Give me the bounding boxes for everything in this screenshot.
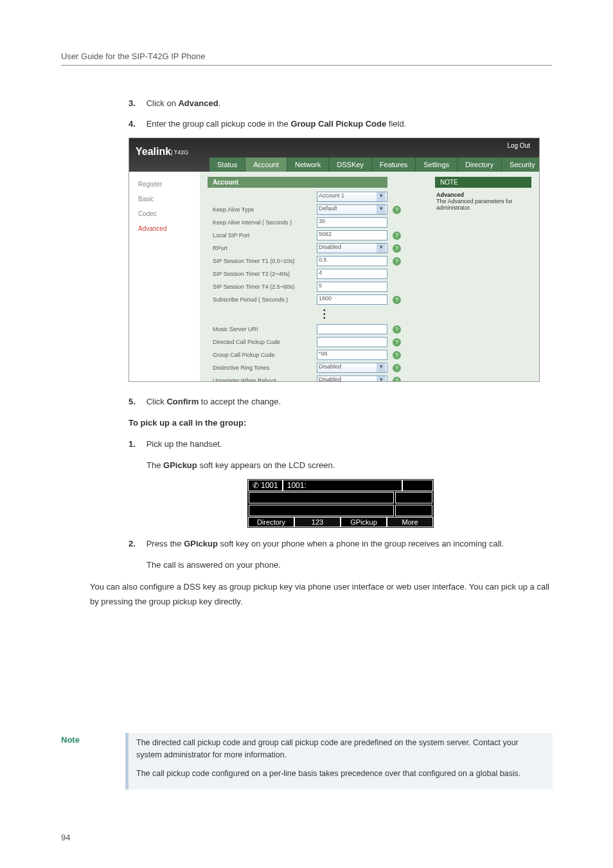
step-5-num: 5. [129,395,144,409]
form-select[interactable]: Disabled [317,243,387,253]
form-input[interactable] [317,337,387,347]
tab-security[interactable]: Security [502,158,540,172]
lcd-top-row: ✆ 1001 1001: [248,480,433,491]
brand-logo: Yealink| T42G [136,146,188,158]
help-icon[interactable]: ? [393,296,401,304]
step-5: 5. Click Confirm to accept the change. [129,395,553,409]
lcd-account-num: 1001 [261,481,278,490]
content-area: 3. Click on Advanced. 4. Enter the group… [129,96,553,615]
help-icon[interactable]: ? [393,244,401,253]
step-5-text-c: to accept the change. [199,397,281,406]
brand-model: | T42G [171,149,188,156]
tab-account[interactable]: Account [245,158,287,172]
form-row: Keep Alive Interval ( Seconds )30 [208,216,531,229]
softkey-directory[interactable]: Directory [248,517,294,527]
softkey-more[interactable]: More [387,517,433,527]
help-icon[interactable]: ? [393,338,401,347]
step-3: 3. Click on Advanced. [129,96,553,111]
form-label: Subscribe Period ( Seconds ) [208,296,317,303]
tab-dsskey[interactable]: DSSKey [329,158,372,172]
step-2b-bold: GPickup [184,539,218,548]
form-label: Music Server URI [208,326,317,332]
note-panel: NOTE Advanced The Advanced parameters fo… [435,177,531,215]
sidebar-basic[interactable]: Basic [129,192,200,206]
form-label: Group Call Pickup Code [208,352,317,358]
step-4-text-a: Enter the group call pickup code in the [147,119,291,129]
step-1b-sub-c: soft key appears on the LCD screen. [197,460,335,470]
nav-tabs: Status Account Network DSSKey Features S… [209,158,540,172]
form-label: SIP Session Timer T2 (2~40s) [208,271,317,277]
step-4: 4. Enter the group call pickup code in t… [129,117,553,131]
lcd-row3 [248,504,433,517]
note-text: The directed call pickup code and group … [129,733,553,790]
step-2b-num: 2. [129,537,144,551]
tab-features[interactable]: Features [372,158,416,172]
form-label: SIP Session Timer T4 (2.5~60s) [208,284,317,290]
softkey-gpickup[interactable]: GPickup [341,517,387,527]
form-label: Keep Alive Type [208,206,317,213]
form-select[interactable]: Disabled [317,375,387,382]
lcd-slot-r3 [395,505,432,516]
form-input[interactable] [317,324,387,334]
form-row: Music Server URI? [208,323,531,336]
step-5-bold: Confirm [166,397,199,406]
help-icon[interactable]: ? [393,257,401,266]
form-input[interactable]: 30 [317,217,387,228]
lcd-row2 [248,491,433,504]
form-row: SIP Session Timer T1 (0.5~10s)0.5? [208,255,531,267]
step-3-bold: Advanced [178,98,218,108]
sidebar-advanced[interactable]: Advanced [129,221,200,236]
step-2b: 2. Press the GPickup soft key on your ph… [129,537,553,551]
form-select[interactable]: Disabled [317,363,387,373]
ss-body: Register Basic Codec Advanced Account Ac… [129,172,539,381]
step-3-text-a: Click on [147,98,179,108]
help-icon[interactable]: ? [393,206,401,214]
lcd-slot-r2 [395,492,432,503]
form-label: Local SIP Port [208,232,317,239]
lcd-account: ✆ 1001 [248,480,283,491]
help-icon[interactable]: ? [393,364,401,372]
note-panel-body: Advanced The Advanced parameters for adm… [435,188,531,215]
form-row: RPortDisabled? [208,242,531,255]
help-icon[interactable]: ? [393,231,401,240]
sidebar-codec[interactable]: Codec [129,206,200,221]
form-input[interactable]: 4 [317,269,387,279]
form-input[interactable]: 5 [317,282,387,292]
lcd-slot-l3 [249,505,394,516]
tab-status[interactable]: Status [209,158,245,172]
help-icon[interactable]: ? [393,325,401,334]
form-row: SIP Session Timer T2 (2~40s)4 [208,267,531,280]
sidebar-register[interactable]: Register [129,177,200,192]
section-head-account: Account [208,177,387,188]
help-icon[interactable]: ? [393,351,401,359]
handset-icon: ✆ [253,481,259,490]
tab-network[interactable]: Network [287,158,329,172]
form-input[interactable]: 0.5 [317,256,387,266]
logout-link[interactable]: Log Out [507,142,530,149]
ellipsis-icon: ••• [208,306,531,323]
lcd-softkeys: Directory 123 GPickup More [248,517,433,527]
phone-lcd: ✆ 1001 1001: Directory 123 GPickup More [247,479,434,528]
softkey-123[interactable]: 123 [294,517,341,527]
ss-sidebar: Register Basic Codec Advanced [129,172,200,381]
tab-settings[interactable]: Settings [416,158,458,172]
form-input[interactable]: 5062 [317,230,387,240]
help-icon[interactable]: ? [393,377,401,383]
web-ui-screenshot: Yealink| T42G Log Out Status Account Net… [129,138,540,382]
step-4-num: 4. [129,117,144,131]
step-1b-num: 1. [129,437,144,451]
tab-directory[interactable]: Directory [458,158,502,172]
note-panel-text: The Advanced parameters for administrato… [436,198,513,211]
form-input[interactable]: 1800 [317,294,387,305]
form-label: SIP Session Timer T1 (0.5~10s) [208,258,317,264]
step-4-bold: Group Call Pickup Code [290,119,386,129]
form-select[interactable]: Default [317,204,387,215]
form-input[interactable]: *98 [317,350,387,360]
form-row: Local SIP Port5062? [208,229,531,242]
step-1b: 1. Pick up the handset. [129,437,553,451]
step-2b-text-a: Press the [147,539,184,548]
step-5-text-a: Click [147,397,167,406]
form-select[interactable]: Account 1 [317,192,387,202]
form-row: Directed Call Pickup Code? [208,336,531,348]
doc-header: User Guide for the SIP-T42G IP Phone [61,51,552,66]
